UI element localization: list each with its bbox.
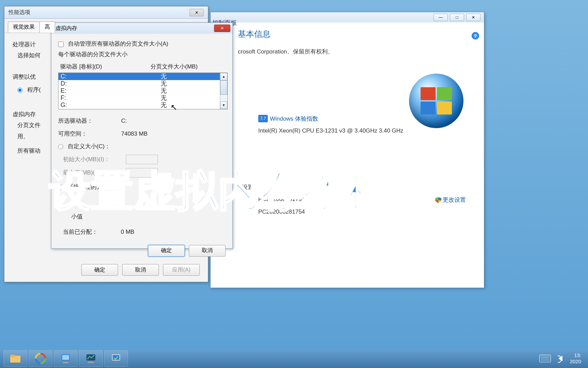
- min-label: 小值: [71, 211, 105, 222]
- drive-row[interactable]: F:无: [59, 94, 220, 102]
- speaker-icon[interactable]: [558, 356, 562, 361]
- tab-visual-effects[interactable]: 视觉效果: [8, 21, 40, 33]
- perf-ok-button[interactable]: 确定: [81, 264, 118, 276]
- folder-icon: [9, 352, 21, 365]
- system-tray: 13: 2020: [539, 352, 585, 365]
- radio-programs-label: 程序(: [27, 85, 41, 95]
- clock-date: 2020: [570, 358, 581, 365]
- copyright-text: crosoft Corporation。保留所有权利。: [211, 48, 484, 56]
- computer-icon: [60, 352, 72, 365]
- vm-titlebar: 虚拟内存 ✕: [51, 23, 232, 34]
- svg-rect-8: [89, 361, 93, 362]
- tray-clock[interactable]: 13: 2020: [570, 352, 581, 365]
- selected-drive-value: C:: [121, 116, 127, 126]
- drive-list[interactable]: C:无D:无E:无F:无G:无 ▲ ▼: [58, 73, 228, 109]
- wei-badge: 7.7: [258, 115, 268, 122]
- system-properties-window: — □ ✕ ? 基本信息 crosoft Corporation。保留所有权利。…: [210, 12, 484, 288]
- drive-letter: D:: [59, 80, 161, 87]
- computer-check-icon: [110, 352, 122, 365]
- system-heading: 基本信息: [211, 22, 484, 43]
- close-button[interactable]: ✕: [466, 14, 480, 21]
- drive-letter: C:: [59, 73, 161, 80]
- radio-programs[interactable]: [17, 88, 22, 93]
- taskbar-item-browser[interactable]: [29, 350, 52, 367]
- drive-row[interactable]: C:无: [59, 73, 220, 80]
- each-drive-label: 每个驱动器的分页文件大小: [58, 49, 226, 60]
- free-space-value: 74083 MB: [121, 128, 148, 139]
- drive-row[interactable]: G:无: [59, 102, 220, 109]
- col-drive-header: 驱动器 [卷标](D): [60, 61, 147, 72]
- virtual-memory-dialog: 虚拟内存 ✕ 自动管理所有驱动器的分页文件大小(A) 每个驱动器的分页文件大小 …: [51, 22, 233, 249]
- vm-ok-button[interactable]: 确定: [148, 245, 185, 257]
- pagefile-size: 无: [161, 94, 220, 102]
- allocated-value: 0 MB: [121, 227, 134, 237]
- drive-row[interactable]: D:无: [59, 80, 220, 87]
- vm-close-button[interactable]: ✕: [214, 25, 230, 32]
- initial-size-input[interactable]: [126, 155, 158, 164]
- radio-custom-size[interactable]: [58, 144, 63, 149]
- settings-label: 设置: [215, 183, 484, 191]
- perf-buttons: 确定 取消 应用(A): [81, 264, 200, 276]
- free-space-label: 可用空间：: [58, 128, 121, 139]
- scroll-up-button[interactable]: ▲: [220, 73, 227, 80]
- taskbar-item-control-panel[interactable]: [79, 350, 103, 367]
- scroll-thumb[interactable]: [220, 80, 227, 95]
- vm-cancel-button[interactable]: 取消: [189, 245, 226, 257]
- vm-title-text: 虚拟内存: [55, 25, 77, 32]
- auto-manage-row: 自动管理所有驱动器的分页文件大小(A): [58, 39, 226, 49]
- drive-letter: E:: [59, 87, 161, 94]
- perf-apply-button[interactable]: 应用(A): [163, 264, 200, 276]
- drive-list-headers: 驱动器 [卷标](D) 分页文件大小(MB): [58, 61, 226, 72]
- scroll-down-button[interactable]: ▼: [220, 102, 227, 109]
- wei-link[interactable]: Windows 体验指数: [270, 115, 318, 123]
- svg-rect-9: [88, 362, 94, 363]
- svg-rect-1: [10, 355, 15, 357]
- taskbar-item-system[interactable]: [104, 350, 128, 367]
- clock-time: 13:: [570, 352, 581, 358]
- perf-titlebar: 性能选项 ✕: [4, 6, 208, 19]
- taskbar-item-computer[interactable]: [54, 350, 78, 367]
- windows-logo: [409, 74, 463, 128]
- allocated-label: 当前已分配：: [63, 227, 121, 237]
- window-controls-bar: — □ ✕: [211, 12, 484, 22]
- perf-cancel-button[interactable]: 取消: [122, 264, 159, 276]
- drive-list-scrollbar[interactable]: ▲ ▼: [220, 73, 227, 109]
- drive-letter: F:: [59, 94, 161, 102]
- monitor-chart-icon: [85, 352, 97, 365]
- auto-manage-label: 自动管理所有驱动器的分页文件大小(A): [68, 41, 168, 47]
- selected-drive-label: 所选驱动器：: [58, 116, 121, 126]
- change-settings-link[interactable]: 更改设置: [435, 196, 466, 204]
- help-icon[interactable]: ?: [472, 32, 479, 40]
- perf-title: 性能选项: [9, 9, 30, 16]
- auto-manage-checkbox[interactable]: [58, 42, 64, 47]
- initial-size-label: 初始大小(MB)(I)：: [63, 154, 126, 165]
- taskbar: 13: 2020: [0, 349, 588, 368]
- pagefile-size: 无: [161, 73, 220, 80]
- max-size-label: 最大值(MB)(X)：: [63, 167, 126, 178]
- perf-close-button[interactable]: ✕: [190, 9, 204, 16]
- drive-row[interactable]: E:无: [59, 87, 220, 94]
- pagefile-size: 无: [161, 102, 220, 109]
- computer-name-1: PC202008281754: [258, 196, 305, 204]
- svg-rect-6: [63, 362, 68, 363]
- svg-rect-12: [115, 361, 117, 362]
- svg-rect-4: [62, 355, 69, 360]
- cpu-info: Intel(R) Xeon(R) CPU E3-1231 v3 @ 3.40GH…: [231, 127, 484, 134]
- minimize-button[interactable]: —: [434, 14, 448, 21]
- pagefile-size: 无: [161, 87, 220, 94]
- browser-swirl-icon: [34, 352, 47, 365]
- tab-advanced[interactable]: 高: [39, 21, 55, 33]
- shield-icon: [435, 197, 441, 203]
- system-managed-label: 系统管理的大小(Y): [68, 184, 116, 190]
- pagefile-size: 无: [161, 80, 220, 87]
- maximize-button[interactable]: □: [450, 14, 464, 21]
- radio-system-managed[interactable]: [58, 185, 63, 190]
- keyboard-icon[interactable]: [539, 355, 551, 362]
- max-size-input[interactable]: [126, 168, 158, 178]
- col-pagefile-header: 分页文件大小(MB): [150, 61, 198, 72]
- drive-letter: G:: [59, 102, 161, 109]
- custom-size-label: 自定义大小(C)：: [68, 143, 111, 150]
- taskbar-item-explorer[interactable]: [3, 350, 27, 367]
- computer-name-2: PC202008281754: [258, 209, 305, 215]
- svg-rect-5: [64, 361, 67, 362]
